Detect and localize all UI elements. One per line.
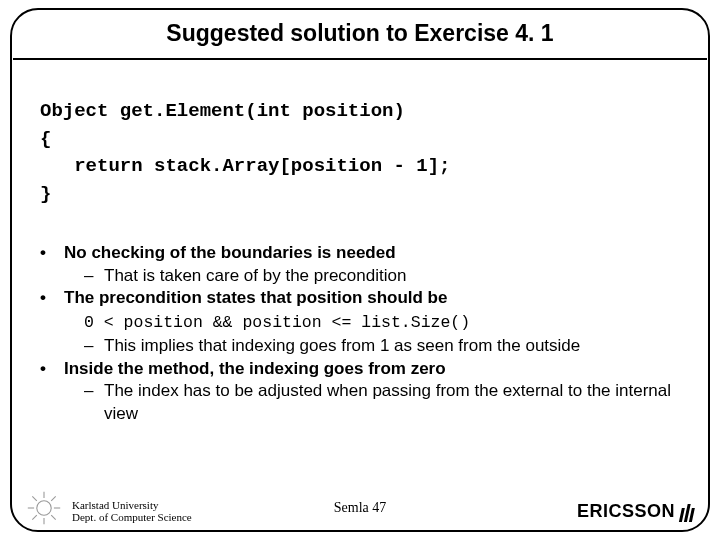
- bullet-list: • No checking of the boundaries is neede…: [40, 242, 680, 425]
- bullet-dot-icon: •: [40, 242, 64, 264]
- code-block: Object get.Element(int position) { retur…: [40, 98, 680, 208]
- bullet-2-text: The precondition states that position sh…: [64, 287, 680, 309]
- bullet-3-sub-1-text: The index has to be adjusted when passin…: [104, 380, 680, 425]
- bullet-dot-icon: •: [40, 287, 64, 309]
- bullet-1-sub-1-text: That is taken care of by the preconditio…: [104, 265, 680, 287]
- ericsson-bars-icon: [679, 502, 696, 522]
- dash-icon: –: [84, 335, 104, 357]
- slide-footer: Karlstad University Dept. of Computer Sc…: [0, 488, 720, 526]
- bullet-3: • Inside the method, the indexing goes f…: [40, 358, 680, 380]
- bullet-3-sub-1: – The index has to be adjusted when pass…: [84, 380, 680, 425]
- bullet-2-sub-1: – This implies that indexing goes from 1…: [84, 335, 680, 357]
- code-line-4: }: [40, 181, 680, 209]
- ericsson-logo: ERICSSON: [577, 501, 694, 522]
- slide-title: Suggested solution to Exercise 4. 1: [0, 20, 720, 47]
- dash-icon: –: [84, 265, 104, 287]
- bullet-1-text: No checking of the boundaries is needed: [64, 242, 680, 264]
- bullet-2: • The precondition states that position …: [40, 287, 680, 309]
- ericsson-wordmark: ERICSSON: [577, 501, 675, 522]
- slide-content: Object get.Element(int position) { retur…: [40, 98, 680, 425]
- title-underline: [13, 58, 707, 60]
- code-line-1: Object get.Element(int position): [40, 98, 680, 126]
- code-line-3: return stack.Array[position - 1];: [40, 153, 680, 181]
- bullet-3-text: Inside the method, the indexing goes fro…: [64, 358, 680, 380]
- dash-icon: –: [84, 380, 104, 425]
- bullet-1: • No checking of the boundaries is neede…: [40, 242, 680, 264]
- bullet-2-sub-1-text: This implies that indexing goes from 1 a…: [104, 335, 680, 357]
- bullet-dot-icon: •: [40, 358, 64, 380]
- precondition-code: 0 < position && position <= list.Size(): [84, 310, 680, 336]
- code-line-2: {: [40, 126, 680, 154]
- bullet-1-sub-1: – That is taken care of by the precondit…: [84, 265, 680, 287]
